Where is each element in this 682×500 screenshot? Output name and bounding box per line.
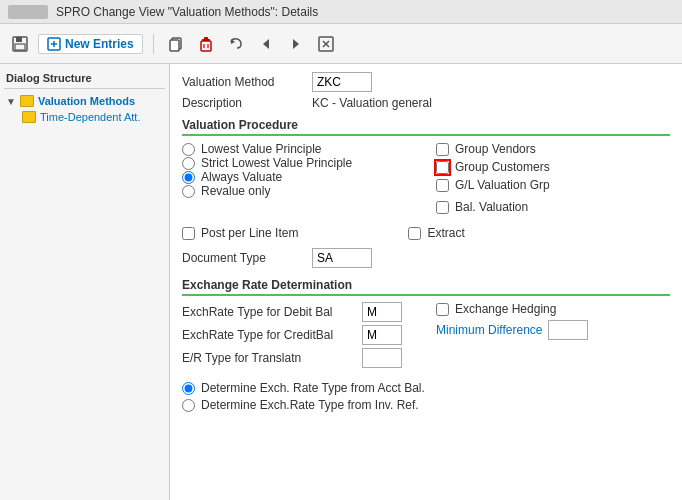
extract-label: Extract [427,226,464,240]
group-customers-label: Group Customers [455,160,550,174]
delete-icon[interactable] [194,32,218,56]
minimum-difference-label: Minimum Difference [436,323,542,337]
title-bar-text: SPRO Change View "Valuation Methods": De… [56,5,318,19]
exch-credit-label: ExchRate Type for CreditBal [182,328,362,342]
radio-lowest-input[interactable] [182,143,195,156]
main-container: Dialog Structure ▼ Valuation Methods Tim… [0,64,682,500]
undo-icon[interactable] [224,32,248,56]
extract-checkbox[interactable] [408,227,421,240]
exch-debit-label: ExchRate Type for Debit Bal [182,305,362,319]
exchange-rate-section: Exchange Rate Determination [182,278,670,296]
sidebar-title: Dialog Structure [4,68,165,89]
exchange-hedging-row[interactable]: Exchange Hedging [436,302,670,316]
exit-icon[interactable] [314,32,338,56]
valuation-method-row: Valuation Method [182,72,670,92]
folder-icon-child [22,111,36,123]
radio-always[interactable]: Always Valuate [182,170,416,184]
gl-valuation-label: G/L Valuation Grp [455,178,550,192]
exchange-right-col: Exchange Hedging Minimum Difference [436,302,670,371]
svg-rect-2 [15,44,25,50]
svg-rect-12 [204,37,208,39]
gl-valuation-checkbox[interactable] [436,179,449,192]
det-inv-radio[interactable] [182,399,195,412]
bal-valuation-checkbox[interactable] [436,201,449,214]
document-type-label: Document Type [182,251,312,265]
group-vendors-row[interactable]: Group Vendors [436,142,670,156]
prev-icon[interactable] [254,32,278,56]
bal-valuation-label: Bal. Valuation [455,200,528,214]
checkbox-column: Group Vendors Group Customers G/L Valuat… [436,142,670,218]
det-inv-row[interactable]: Determine Exch.Rate Type from Inv. Ref. [182,398,670,412]
svg-rect-8 [201,41,211,51]
tree-expand-arrow: ▼ [6,96,16,107]
exchange-left-col: ExchRate Type for Debit Bal ExchRate Typ… [182,302,416,371]
next-icon[interactable] [284,32,308,56]
document-type-input[interactable] [312,248,372,268]
svg-rect-1 [16,37,22,42]
exchange-rate-columns: ExchRate Type for Debit Bal ExchRate Typ… [182,302,670,371]
radio-revalue-input[interactable] [182,185,195,198]
exch-credit-input[interactable] [362,325,402,345]
det-radio-group: Determine Exch. Rate Type from Acct Bal.… [182,381,670,412]
sidebar-item-time-dependent[interactable]: Time-Dependent Att. [4,109,165,125]
description-label: Description [182,96,312,110]
radio-column: Lowest Value Principle Strict Lowest Val… [182,142,416,218]
radio-always-label: Always Valuate [201,170,282,184]
sidebar: Dialog Structure ▼ Valuation Methods Tim… [0,64,170,500]
det-acct-label: Determine Exch. Rate Type from Acct Bal. [201,381,425,395]
svg-rect-7 [170,40,179,51]
group-vendors-checkbox[interactable] [436,143,449,156]
content-area: Valuation Method Description KC - Valuat… [170,64,682,500]
new-entries-label: New Entries [65,37,134,51]
det-inv-label: Determine Exch.Rate Type from Inv. Ref. [201,398,419,412]
post-per-line-row[interactable]: Post per Line Item [182,226,298,240]
group-customers-checkbox[interactable] [436,161,449,174]
valuation-method-input[interactable] [312,72,372,92]
det-acct-row[interactable]: Determine Exch. Rate Type from Acct Bal. [182,381,670,395]
det-acct-radio[interactable] [182,382,195,395]
extract-row[interactable]: Extract [408,226,464,240]
svg-rect-11 [202,39,210,41]
svg-marker-14 [263,39,269,49]
radio-revalue[interactable]: Revalue only [182,184,416,198]
exch-credit-row: ExchRate Type for CreditBal [182,325,416,345]
group-vendors-label: Group Vendors [455,142,536,156]
sidebar-item-label: Valuation Methods [38,95,135,107]
radio-always-input[interactable] [182,171,195,184]
exchange-hedging-checkbox[interactable] [436,303,449,316]
radio-strict[interactable]: Strict Lowest Value Principle [182,156,416,170]
description-row: Description KC - Valuation general [182,96,670,110]
toolbar: New Entries [0,24,682,64]
bal-valuation-row[interactable]: Bal. Valuation [436,200,670,214]
group-customers-row[interactable]: Group Customers [436,160,670,174]
description-value: KC - Valuation general [312,96,432,110]
document-type-row: Document Type [182,248,670,268]
logo [8,5,48,19]
radio-strict-input[interactable] [182,157,195,170]
gl-valuation-row[interactable]: G/L Valuation Grp [436,178,670,192]
minimum-difference-input[interactable] [548,320,588,340]
exch-translatn-input[interactable] [362,348,402,368]
post-per-line-label: Post per Line Item [201,226,298,240]
folder-icon [20,95,34,107]
title-bar: SPRO Change View "Valuation Methods": De… [0,0,682,24]
new-entries-button[interactable]: New Entries [38,34,143,54]
radio-revalue-label: Revalue only [201,184,270,198]
valuation-method-label: Valuation Method [182,75,312,89]
toolbar-save-icon[interactable] [8,32,32,56]
exch-translatn-row: E/R Type for Translatn [182,348,416,368]
radio-lowest-label: Lowest Value Principle [201,142,322,156]
exchange-hedging-label: Exchange Hedging [455,302,556,316]
toolbar-separator [153,34,154,54]
exch-debit-input[interactable] [362,302,402,322]
post-per-line-checkbox[interactable] [182,227,195,240]
exch-translatn-label: E/R Type for Translatn [182,351,362,365]
radio-lowest[interactable]: Lowest Value Principle [182,142,416,156]
copy-icon[interactable] [164,32,188,56]
valuation-procedure-columns: Lowest Value Principle Strict Lowest Val… [182,142,670,218]
valuation-procedure-section: Valuation Procedure [182,118,670,136]
svg-marker-15 [293,39,299,49]
radio-strict-label: Strict Lowest Value Principle [201,156,352,170]
sidebar-item-valuation-methods[interactable]: ▼ Valuation Methods [4,93,165,109]
sidebar-child-label: Time-Dependent Att. [40,111,140,123]
